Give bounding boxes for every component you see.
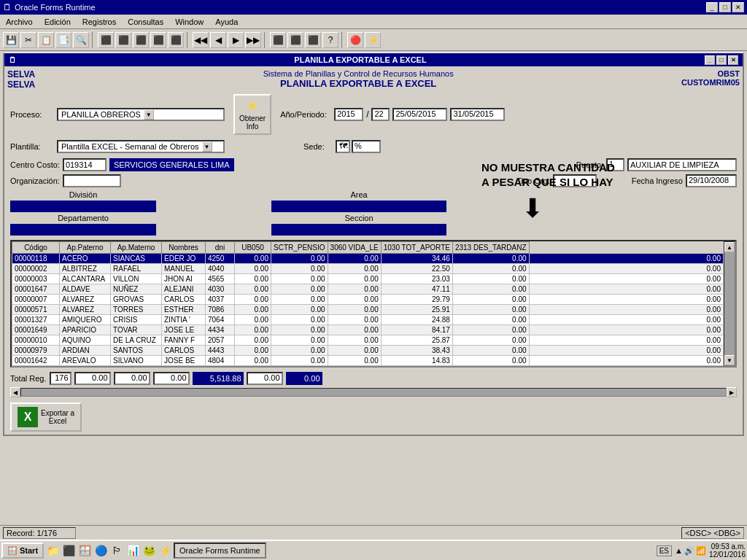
data-table: Código Ap.Paterno Ap.Materno Nombres dni… xyxy=(12,241,724,366)
table-row[interactable]: 00001642AREVALOSILVANOJOSE BE48040.000.0… xyxy=(12,356,724,366)
status-record: Record: 1/176 xyxy=(3,527,76,539)
taskbar-chrome-icon[interactable]: 🔵 xyxy=(93,543,108,558)
tb-btn-6[interactable]: ⬛ xyxy=(98,32,114,48)
menu-archivo[interactable]: Archivo xyxy=(3,17,36,27)
header-right: OBST CUSTOMRIM05 xyxy=(681,69,740,87)
menu-consultas[interactable]: Consultas xyxy=(125,17,166,27)
tb-btn-1[interactable]: 💾 xyxy=(3,32,19,48)
taskbar-excel-icon[interactable]: 📊 xyxy=(125,543,140,558)
header-center: Sistema de Planillas y Control de Recurs… xyxy=(263,69,454,89)
tb-btn-16[interactable]: ⚡ xyxy=(365,32,381,48)
title-bar-controls: _ □ ✕ xyxy=(706,2,744,12)
menu-bar: Archivo Edición Registros Consultas Wind… xyxy=(0,15,747,29)
anio-input[interactable]: 2015 xyxy=(334,108,363,121)
area-label: Area xyxy=(271,190,446,199)
inner-minimize[interactable]: _ xyxy=(705,55,715,65)
org-input[interactable] xyxy=(63,174,121,187)
total-col4: 5,518.88 xyxy=(193,372,244,385)
taskbar-file-icon[interactable]: 📁 xyxy=(45,543,60,558)
scroll-right-button[interactable]: ▶ xyxy=(727,387,737,397)
lang-indicator: ES xyxy=(657,545,672,556)
taskbar-oracle-app[interactable]: Oracle Forms Runtime xyxy=(174,542,266,559)
periodo-input[interactable]: 22 xyxy=(371,108,390,121)
taskbar-frog-icon[interactable]: 🐸 xyxy=(142,543,156,558)
scroll-up-button[interactable]: ▲ xyxy=(724,242,735,252)
cc-row: Centro Costo: 019314 SERVICIOS GENERALES… xyxy=(4,157,743,173)
tb-btn-15[interactable]: 🔴 xyxy=(347,32,363,48)
cc-value[interactable]: 019314 xyxy=(63,158,107,171)
speaker-icon: 🔊 xyxy=(684,546,694,556)
menu-edicion[interactable]: Edición xyxy=(42,17,74,27)
tb-btn-13[interactable]: ⬛ xyxy=(305,32,321,48)
tb-btn-10[interactable]: ⬛ xyxy=(168,32,184,48)
table-row[interactable]: 00000979ARDIANSANTOSCARLOS44430.000.000.… xyxy=(12,346,724,356)
inner-close[interactable]: ✕ xyxy=(728,55,738,65)
plantilla-dropdown-arrow[interactable]: ▼ xyxy=(202,141,212,152)
obtain-button[interactable]: ☀ Obtener Info xyxy=(233,94,271,135)
sede-input[interactable]: % xyxy=(352,140,381,153)
tb-btn-7[interactable]: ⬛ xyxy=(115,32,131,48)
total-label: Total Reg. xyxy=(10,374,47,383)
inner-maximize[interactable]: □ xyxy=(716,55,727,65)
table-row[interactable]: 00000003ALCANTARAVILLONJHON AI45650.000.… xyxy=(12,274,724,284)
proceso-input[interactable]: PLANILLA OBREROS xyxy=(58,110,144,119)
table-row[interactable]: 00000002ALBITREZRAFAELMANUEL40400.000.00… xyxy=(12,264,724,274)
col-header-apmaterno: Ap.Materno xyxy=(111,242,162,254)
tb-btn-5[interactable]: 🔍 xyxy=(73,32,89,48)
tb-btn-2[interactable]: ✂ xyxy=(20,32,36,48)
tb-btn-3[interactable]: 📋 xyxy=(38,32,54,48)
nav-first[interactable]: ◀◀ xyxy=(193,32,209,48)
table-row[interactable]: 00000118ACEROSIANCASEDER JO42500.000.000… xyxy=(12,254,724,264)
vertical-scrollbar[interactable]: ▲ ▼ xyxy=(724,241,735,366)
tb-btn-11[interactable]: ⬛ xyxy=(270,32,286,48)
sede-icon[interactable]: 🗺 xyxy=(336,140,350,153)
export-button[interactable]: X Exportar a Excel xyxy=(10,402,82,432)
nav-prev[interactable]: ◀ xyxy=(210,32,226,48)
close-button[interactable]: ✕ xyxy=(732,2,744,12)
menu-window[interactable]: Window xyxy=(172,17,206,27)
table-row[interactable]: 00000007ALVAREZGROVASCARLOS40370.000.000… xyxy=(12,295,724,305)
total-row: Total Reg. 176 0.00 0.00 0.00 5,518.88 0… xyxy=(4,370,743,386)
table-area: Código Ap.Paterno Ap.Materno Nombres dni… xyxy=(10,240,737,368)
nav-last[interactable]: ▶▶ xyxy=(245,32,261,48)
taskbar-sys-icons: ▲ 🔊 📶 xyxy=(675,546,706,556)
tb-btn-9[interactable]: ⬛ xyxy=(150,32,166,48)
taskbar-cmd-icon[interactable]: ⬛ xyxy=(61,543,76,558)
taskbar-flag-icon[interactable]: 🏳 xyxy=(109,543,124,558)
nav-next[interactable]: ▶ xyxy=(228,32,244,48)
scroll-left-button[interactable]: ◀ xyxy=(10,387,20,397)
tipo-input[interactable] xyxy=(553,174,597,187)
export-label: Exportar a Excel xyxy=(41,409,74,425)
menu-registros[interactable]: Registros xyxy=(80,17,119,27)
plantilla-input[interactable]: Plantilla EXCEL - Semanal de Obreros xyxy=(58,142,202,151)
date-to-input[interactable]: 31/05/2015 xyxy=(450,108,505,121)
tb-btn-8[interactable]: ⬛ xyxy=(133,32,149,48)
start-button[interactable]: 🪟 Start xyxy=(1,542,44,559)
table-row[interactable]: 00001647ALDAVENUÑEZALEJANI40300.000.000.… xyxy=(12,284,724,295)
time-display: 09:53 a.m. 12/01/2016 xyxy=(709,542,746,559)
division-section: División Departamento Area Seccion xyxy=(4,189,743,237)
table-row[interactable]: 00000010AQUINODE LA CRUZFANNY F20570.000… xyxy=(12,335,724,346)
tb-btn-14[interactable]: ? xyxy=(322,32,338,48)
scroll-down-button[interactable]: ▼ xyxy=(724,355,735,365)
table-row[interactable]: 00001327AMIQUEROCRISISZINTIA '70640.000.… xyxy=(12,315,724,325)
puesto-input[interactable]: 1 xyxy=(606,158,624,171)
col-header-1030: 1030 TOT_APORTE xyxy=(381,242,452,254)
menu-ayuda[interactable]: Ayuda xyxy=(212,17,241,27)
sede-label: Sede: xyxy=(303,142,333,151)
tb-btn-4[interactable]: 📑 xyxy=(55,32,71,48)
date-from-input[interactable]: 25/05/2015 xyxy=(392,108,447,121)
col-header-ub050: UB050 xyxy=(235,242,271,254)
taskbar-forms-icon[interactable]: ⚡ xyxy=(158,543,172,558)
proceso-dropdown-arrow[interactable]: ▼ xyxy=(144,109,154,120)
fecha-input[interactable]: 29/10/2008 xyxy=(686,174,737,187)
taskbar-win-icon[interactable]: 🪟 xyxy=(77,543,92,558)
table-row[interactable]: 00001649APARICIOTOVARJOSE LE44340.000.00… xyxy=(12,325,724,335)
tb-separator-3 xyxy=(264,32,267,48)
tb-separator-1 xyxy=(92,32,95,48)
maximize-button[interactable]: □ xyxy=(719,2,731,12)
taskbar: 🪟 Start 📁 ⬛ 🪟 🔵 🏳 📊 🐸 ⚡ Oracle Forms Run… xyxy=(0,540,747,560)
minimize-button[interactable]: _ xyxy=(706,2,718,12)
table-row[interactable]: 00000571ALVAREZTORRESESTHER70860.000.000… xyxy=(12,305,724,315)
tb-btn-12[interactable]: ⬛ xyxy=(287,32,303,48)
